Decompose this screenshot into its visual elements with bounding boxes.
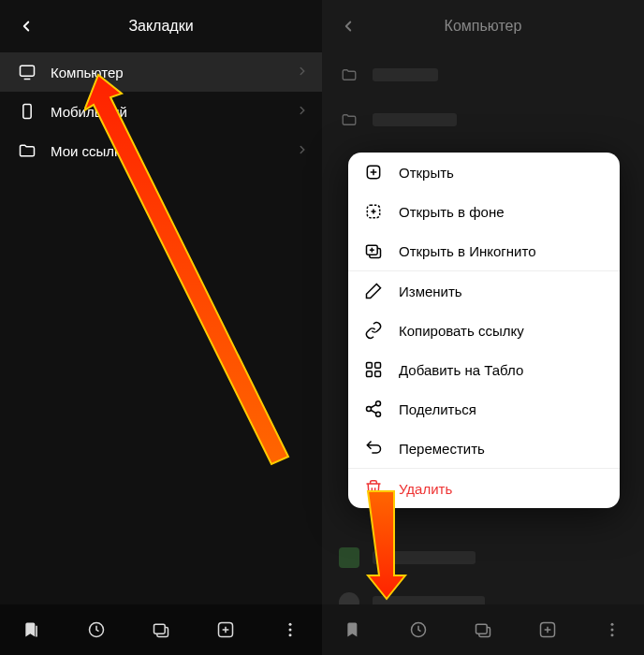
row-computer[interactable]: Компьютер <box>0 52 322 92</box>
blurred-label <box>373 596 485 604</box>
svg-point-17 <box>610 629 613 632</box>
tabs-button[interactable] <box>142 611 180 648</box>
trash-icon <box>363 478 384 499</box>
svg-point-33 <box>367 407 372 412</box>
chevron-left-icon <box>340 18 357 35</box>
svg-point-9 <box>288 629 291 632</box>
newtab-icon <box>216 620 235 639</box>
ctx-label: Копировать ссылку <box>399 323 524 339</box>
ctx-label: Поделиться <box>399 401 476 417</box>
ctx-label: Открыть в фоне <box>399 204 505 220</box>
more-button[interactable] <box>271 611 309 648</box>
favicon <box>339 547 359 568</box>
bookmark-icon <box>344 620 363 639</box>
open-icon <box>363 162 384 182</box>
bookmarks-pane: Закладки Компьютер Мобильный Мои ссы <box>0 0 322 655</box>
blurred-label <box>373 113 457 126</box>
history-icon <box>409 620 428 639</box>
list-item[interactable] <box>322 52 644 97</box>
ctx-move[interactable]: Переместить <box>348 429 620 468</box>
svg-point-8 <box>288 623 291 626</box>
tabs-button[interactable] <box>464 611 502 648</box>
ctx-label: Открыть <box>399 165 454 181</box>
ctx-edit[interactable]: Изменить <box>348 271 620 311</box>
ctx-label: Добавить на Табло <box>399 362 523 378</box>
page-title: Закладки <box>0 18 322 35</box>
phone-icon <box>17 101 37 122</box>
share-icon <box>363 399 384 419</box>
link-icon <box>363 320 384 341</box>
ctx-open[interactable]: Открыть <box>348 153 620 192</box>
ctx-label: Изменить <box>399 284 462 299</box>
svg-point-16 <box>610 623 613 626</box>
list-item[interactable] <box>322 535 644 580</box>
svg-point-18 <box>610 633 613 636</box>
ctx-label: Удалить <box>399 481 452 497</box>
svg-rect-28 <box>367 363 373 369</box>
list-item[interactable] <box>322 97 644 142</box>
back-button[interactable] <box>329 7 367 45</box>
list-item[interactable] <box>322 580 644 604</box>
ctx-label: Переместить <box>399 441 485 457</box>
ctx-add-dashboard[interactable]: Добавить на Табло <box>348 350 620 389</box>
ctx-open-incognito[interactable]: Открыть в Инкогнито <box>348 231 620 270</box>
ctx-copy-link[interactable]: Копировать ссылку <box>348 311 620 350</box>
tabs-icon <box>152 620 170 639</box>
row-label: Мобильный <box>51 104 296 120</box>
bookmark-icon <box>22 620 41 639</box>
folder-icon <box>17 140 37 161</box>
history-tab[interactable] <box>400 611 437 648</box>
row-my-links[interactable]: Мои ссылки <box>0 131 322 170</box>
ctx-label: Открыть в Инкогнито <box>399 243 536 259</box>
ctx-share[interactable]: Поделиться <box>348 389 620 429</box>
incognito-icon <box>363 240 384 261</box>
back-button[interactable] <box>7 7 45 45</box>
page-title: Компьютер <box>322 18 644 35</box>
blurred-label <box>373 68 438 81</box>
svg-point-34 <box>376 412 381 416</box>
bookmarks-tab[interactable] <box>13 611 51 648</box>
bottom-bar <box>322 604 644 655</box>
more-icon <box>603 620 622 639</box>
edit-icon <box>363 281 384 301</box>
svg-rect-30 <box>367 371 373 377</box>
folder-list: Компьютер Мобильный Мои ссылки <box>0 52 322 604</box>
newtab-button[interactable] <box>207 611 244 648</box>
chevron-right-icon <box>296 65 309 80</box>
folder-icon <box>339 109 359 130</box>
history-tab[interactable] <box>78 611 115 648</box>
svg-line-35 <box>371 404 376 407</box>
row-label: Компьютер <box>51 65 296 80</box>
svg-rect-0 <box>21 66 35 76</box>
blurred-label <box>373 551 476 564</box>
tabs-icon <box>474 620 492 639</box>
newtab-icon <box>538 620 557 639</box>
svg-rect-2 <box>23 105 31 119</box>
move-icon <box>363 438 384 458</box>
folder-icon <box>339 65 359 85</box>
svg-point-32 <box>376 401 381 406</box>
svg-rect-4 <box>154 624 165 633</box>
svg-line-36 <box>371 410 376 413</box>
svg-rect-29 <box>375 363 381 369</box>
ctx-open-background[interactable]: Открыть в фоне <box>348 192 620 231</box>
svg-rect-31 <box>375 371 381 377</box>
more-button[interactable] <box>593 611 631 648</box>
header: Компьютер <box>322 0 644 52</box>
dashboard-icon <box>363 359 384 380</box>
svg-rect-12 <box>476 624 487 633</box>
chevron-right-icon <box>296 104 309 120</box>
svg-point-10 <box>288 633 291 636</box>
header: Закладки <box>0 0 322 52</box>
history-icon <box>87 620 106 639</box>
favicon <box>339 592 359 604</box>
newtab-button[interactable] <box>529 611 566 648</box>
row-mobile[interactable]: Мобильный <box>0 92 322 131</box>
chevron-right-icon <box>296 143 309 159</box>
bottom-bar <box>0 604 322 655</box>
chevron-left-icon <box>18 18 35 35</box>
bookmarks-tab[interactable] <box>335 611 373 648</box>
ctx-delete[interactable]: Удалить <box>348 469 620 508</box>
context-menu: Открыть Открыть в фоне Открыть в Инкогни… <box>348 153 620 508</box>
open-bg-icon <box>363 201 384 222</box>
